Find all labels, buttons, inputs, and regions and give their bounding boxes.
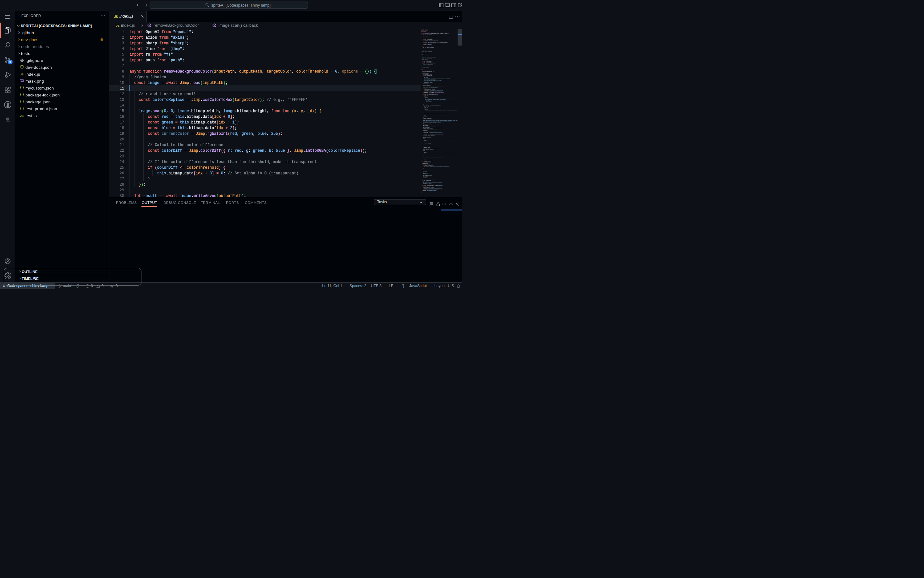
svg-text:Dev-Docs: Dev-Docs [5, 121, 10, 122]
